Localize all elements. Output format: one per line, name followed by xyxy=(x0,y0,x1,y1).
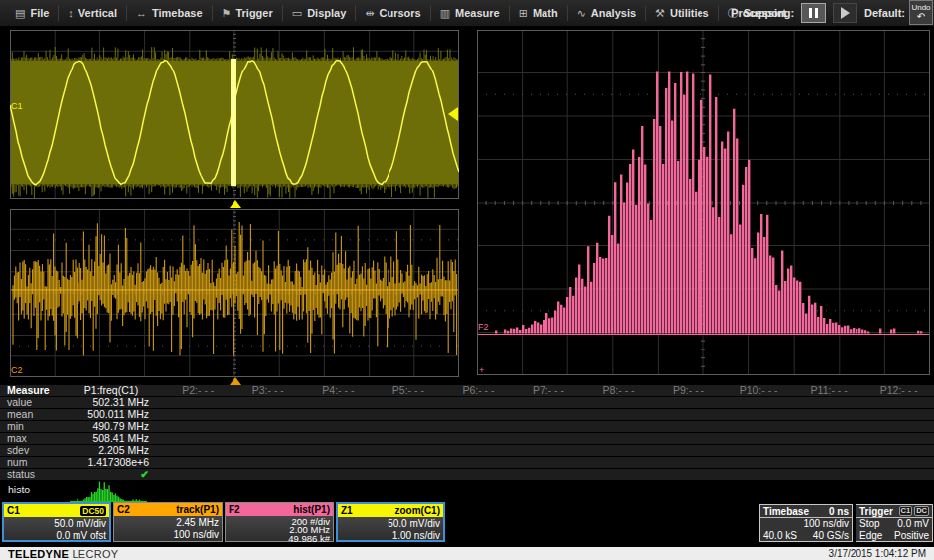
offset-value: 0.0 mV ofst xyxy=(4,530,106,542)
horizontal-arrows-icon: ↔ xyxy=(136,7,147,19)
menu-item-vertical[interactable]: ↕ Vertical xyxy=(58,5,126,21)
measure-col-p9[interactable]: P9:- - - xyxy=(654,385,724,396)
measure-col-p3[interactable]: P3:- - - xyxy=(234,385,304,396)
file-icon: ▤ xyxy=(15,7,25,20)
descriptor-box-f2[interactable]: F2 hist(P1) 200 #/div 2.00 MHz 49.986 k# xyxy=(225,502,334,542)
measure-col-p10[interactable]: P10:- - - xyxy=(723,385,794,396)
descriptor-box-c1[interactable]: C1 DC50 50.0 mV/div 0.0 mV ofst xyxy=(2,502,111,542)
measure-col-p1[interactable]: P1:freq(C1) xyxy=(60,385,163,396)
menu-item-label: Trigger xyxy=(235,7,272,19)
descriptor-box-z1[interactable]: Z1 zoom(C1) 50.0 mV/div 1.00 ns/div xyxy=(336,502,445,542)
svg-text:F2: F2 xyxy=(478,322,489,332)
processing-label: Processing: xyxy=(731,7,794,19)
descriptor-body: 50.0 mV/div 0.0 mV ofst xyxy=(4,517,109,541)
trigger-mode-row: Stop 0.0 mV xyxy=(856,518,932,530)
descriptor-header: C2 track(P1) xyxy=(114,503,222,516)
trigger-position-marker-c2[interactable] xyxy=(230,377,241,385)
menu-item-trigger[interactable]: ⚑ Trigger xyxy=(212,5,282,21)
row-label: sdev xyxy=(0,445,60,456)
c1-zoom-waveform-panel[interactable]: C1 xyxy=(10,30,459,199)
menu-item-timebase[interactable]: ↔ Timebase xyxy=(126,5,212,21)
measure-row-sdev: sdev 2.205 MHz xyxy=(0,445,934,456)
measure-row-status: status ✔ xyxy=(0,469,934,480)
measure-col-p4[interactable]: P4:- - - xyxy=(303,385,374,396)
measure-row-value: value 502.31 MHz xyxy=(0,397,934,408)
measure-table: Measure P1:freq(C1) P2:- - - P3:- - - P4… xyxy=(0,385,934,481)
ruler-icon: ▥ xyxy=(440,7,450,20)
timebase-scale-row: 100 ns/div xyxy=(760,518,852,530)
population-count: 49.986 k# xyxy=(226,535,330,543)
undo-arrow-icon: ↶ xyxy=(910,12,932,21)
pause-icon xyxy=(815,8,818,18)
menu-item-measure[interactable]: ▥ Measure xyxy=(430,5,509,21)
descriptor-body: 2.45 MHz 100 ns/div xyxy=(114,516,222,540)
channel-id: Z1 xyxy=(341,505,353,516)
measure-col-p12[interactable]: P12:- - - xyxy=(863,385,934,396)
measure-row-num: num 1.417308e+6 xyxy=(0,457,934,468)
row-label: max xyxy=(0,433,60,444)
menu-item-cursors[interactable]: ⇹ Cursors xyxy=(355,5,429,21)
channel-title: track(P1) xyxy=(176,504,219,515)
channel-title: zoom(C1) xyxy=(394,505,440,516)
measure-col-p8[interactable]: P8:- - - xyxy=(583,385,654,396)
menu-item-file[interactable]: ▤ File xyxy=(6,5,58,21)
measure-col-p11[interactable]: P11:- - - xyxy=(794,385,864,396)
undo-button[interactable]: Undo ↶ xyxy=(909,0,933,25)
menu-item-label: Utilities xyxy=(670,7,709,19)
processing-controls: Processing: Default: xyxy=(731,0,905,26)
clock-timestamp: 3/17/2015 1:04:12 PM xyxy=(829,548,926,559)
row-label: min xyxy=(0,421,60,432)
trigger-position-marker-c1[interactable] xyxy=(230,200,241,208)
pause-button[interactable] xyxy=(801,3,826,23)
histo-row-label: histo xyxy=(8,484,30,495)
row-label: num xyxy=(0,457,60,468)
default-label: Default: xyxy=(864,7,905,19)
svg-text:C2: C2 xyxy=(11,365,23,375)
tools-icon: ⚒ xyxy=(655,7,665,20)
trigger-mode: Stop xyxy=(859,518,880,530)
measure-col-p7[interactable]: P7:- - - xyxy=(514,385,584,396)
descriptor-header: Z1 zoom(C1) xyxy=(338,504,443,517)
menu-item-display[interactable]: ▭ Display xyxy=(282,5,356,21)
c2-track-waveform-panel[interactable]: C2 xyxy=(10,209,459,377)
sample-rate: 40 GS/s xyxy=(813,530,849,542)
measure-row-mean: mean 500.011 MHz xyxy=(0,409,934,420)
descriptor-box-c2[interactable]: C2 track(P1) 2.45 MHz 100 ns/div xyxy=(113,502,223,542)
waveform-chart-icon: ∿ xyxy=(577,7,586,20)
menu-item-utilities[interactable]: ⚒ Utilities xyxy=(645,5,718,21)
timebase-offset: 0 ns xyxy=(829,506,849,517)
p1-num: 1.417308e+6 xyxy=(60,457,163,468)
channel-title: hist(P1) xyxy=(293,504,330,515)
menu-item-label: Display xyxy=(307,7,346,19)
sample-count: 40.0 kS xyxy=(763,530,797,542)
descriptor-body: 50.0 mV/div 1.00 ns/div xyxy=(338,517,443,541)
descriptor-header: C1 DC50 xyxy=(4,504,109,517)
timebase-title: Timebase xyxy=(763,506,809,517)
menu-item-label: Measure xyxy=(455,7,500,19)
calculator-icon: ⊞ xyxy=(519,7,528,20)
timebase-scale: 100 ns/div xyxy=(803,518,849,530)
tdiv-value: 1.00 ns/div xyxy=(338,530,440,542)
trigger-flag-icon: ⚑ xyxy=(222,7,232,20)
svg-text:+: + xyxy=(479,365,484,375)
p1-max: 508.41 MHz xyxy=(60,433,163,444)
menu-item-math[interactable]: ⊞ Math xyxy=(509,5,567,21)
trigger-box[interactable]: Trigger C1 DC Stop 0.0 mV Edge Positive xyxy=(856,504,933,542)
play-icon xyxy=(841,7,850,19)
timebase-sampling-row: 40.0 kS 40 GS/s xyxy=(760,530,852,542)
play-button[interactable] xyxy=(833,3,857,23)
row-label: status xyxy=(0,469,60,480)
brand-teledyne: TELEDYNE xyxy=(8,548,69,560)
descriptor-body: 200 #/div 2.00 MHz 49.986 k# xyxy=(226,516,333,543)
measure-col-p5[interactable]: P5:- - - xyxy=(374,385,444,396)
menu-item-label: File xyxy=(30,7,49,19)
brand-logo: TELEDYNE LECROY xyxy=(8,548,118,560)
oscilloscope-screen: ▤ File ↕ Vertical ↔ Timebase ⚑ Trigger ▭… xyxy=(0,0,934,560)
vdiv-value: 50.0 mV/div xyxy=(4,518,106,530)
menu-item-analysis[interactable]: ∿ Analysis xyxy=(567,5,645,21)
timebase-box[interactable]: Timebase 0 ns 100 ns/div 40.0 kS 40 GS/s xyxy=(759,504,853,542)
p1-sdev: 2.205 MHz xyxy=(60,445,163,456)
f2-histogram-panel[interactable]: F2+ xyxy=(477,30,930,375)
measure-col-p2[interactable]: P2:- - - xyxy=(163,385,234,396)
measure-col-p6[interactable]: P6:- - - xyxy=(443,385,514,396)
